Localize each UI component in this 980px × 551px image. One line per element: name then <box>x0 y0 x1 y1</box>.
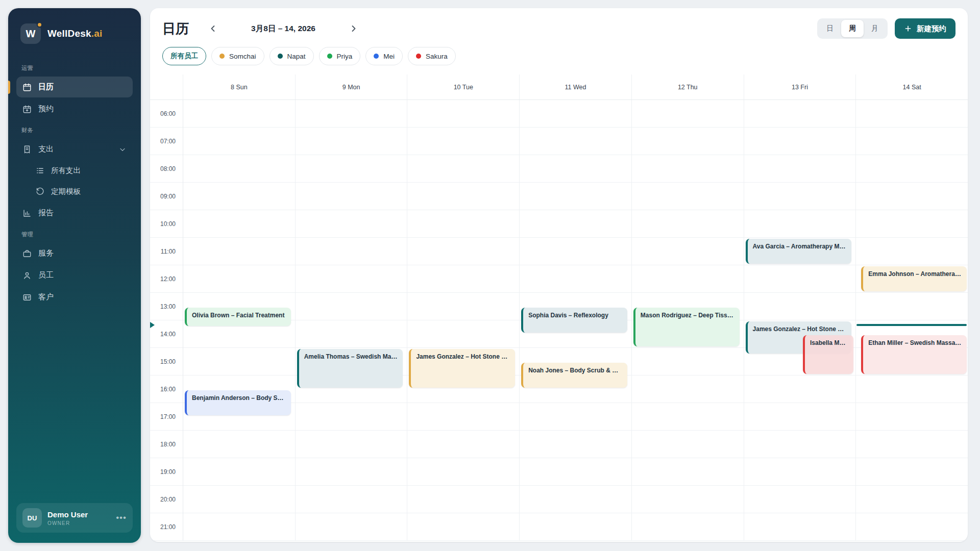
sidebar-item-服务[interactable]: 服务 <box>16 243 133 264</box>
sidebar-item-预约[interactable]: 预约 <box>16 98 133 119</box>
sidebar-item-日历[interactable]: 日历 <box>16 77 133 97</box>
logo-tile: W <box>20 23 41 44</box>
sidebar-subitem-定期模板[interactable]: 定期模板 <box>30 182 133 202</box>
chevron-left-icon <box>208 23 218 34</box>
current-time-marker-icon <box>150 322 155 328</box>
sidebar-section-label: 财务 <box>21 127 128 134</box>
day-gridline <box>519 100 520 541</box>
day-gridline <box>295 100 296 541</box>
filter-chip-all-staff[interactable]: 所有员工 <box>162 47 206 65</box>
refresh-icon <box>36 187 44 196</box>
time-label-16:00: 16:00 <box>150 386 176 393</box>
staff-color-dot <box>416 54 421 59</box>
staff-filter-row: 所有员工SomchaiNapatPriyaMeiSakura <box>162 47 955 65</box>
calendar-event[interactable]: Benjamin Anderson – Body Scr… <box>185 390 291 415</box>
sidebar: W WellDesk.ai 运营日历预约财务支出所有支出定期模板报告管理服务员工… <box>8 8 141 543</box>
app-name-suffix: .ai <box>91 28 103 39</box>
calendar-event[interactable]: Ethan Miller – Swedish Massage <box>861 335 967 374</box>
view-option-月[interactable]: 月 <box>864 20 886 37</box>
user-name: Demo User <box>47 510 88 519</box>
app-logo: W WellDesk.ai <box>16 20 133 57</box>
sidebar-item-员工[interactable]: 员工 <box>16 265 133 286</box>
date-range-label: 3月8日 – 14, 2026 <box>236 23 331 34</box>
chevron-down-icon-slot[interactable] <box>118 145 127 154</box>
time-label-13:00: 13:00 <box>150 303 176 310</box>
user-card[interactable]: DU Demo User OWNER ••• <box>16 503 133 533</box>
sidebar-item-支出[interactable]: 支出 <box>16 139 133 160</box>
calendar-event[interactable]: Emma Johnson – Aromatherap… <box>861 266 967 291</box>
next-week-button[interactable] <box>345 20 362 37</box>
filter-chip-priya[interactable]: Priya <box>319 47 361 65</box>
filter-chip-mei[interactable]: Mei <box>365 47 403 65</box>
day-header-14-sat: 14 Sat <box>855 74 968 99</box>
day-header-13-fri: 13 Fri <box>744 74 856 99</box>
avatar: DU <box>22 508 42 528</box>
staff-color-dot <box>327 54 332 59</box>
sidebar-item-报告[interactable]: 报告 <box>16 203 133 223</box>
time-gutter-header <box>150 74 183 99</box>
calendar-event[interactable]: Olivia Brown – Facial Treatment <box>185 308 291 326</box>
view-option-周[interactable]: 周 <box>841 20 864 37</box>
sidebar-section-label: 管理 <box>21 231 128 238</box>
time-label-20:00: 20:00 <box>150 496 176 503</box>
prev-week-button[interactable] <box>204 20 222 37</box>
time-label-17:00: 17:00 <box>150 413 176 420</box>
day-header-8-sun: 8 Sun <box>183 74 295 99</box>
day-gridline <box>744 100 744 541</box>
date-navigation: 3月8日 – 14, 2026 <box>204 20 362 37</box>
calendar-week-view: 8 Sun9 Mon10 Tue11 Wed12 Thu13 Fri14 Sat… <box>150 74 968 541</box>
hour-gridline <box>150 540 968 541</box>
sidebar-subitem-所有支出[interactable]: 所有支出 <box>30 161 133 181</box>
page-title: 日历 <box>162 20 189 38</box>
hour-gridline <box>150 430 968 431</box>
chevron-down-icon <box>118 145 127 154</box>
calendar-event[interactable]: Mason Rodriguez – Deep Tissu… <box>633 308 740 346</box>
sidebar-item-客户[interactable]: 客户 <box>16 287 133 308</box>
filter-chip-sakura[interactable]: Sakura <box>408 47 456 65</box>
hour-gridline <box>150 265 968 265</box>
day-header-10-tue: 10 Tue <box>407 74 519 99</box>
receipt-icon <box>22 145 32 154</box>
calendar-grid[interactable]: 06:0007:0008:0009:0010:0011:0012:0013:00… <box>150 100 968 541</box>
time-label-11:00: 11:00 <box>150 248 176 255</box>
app-name: WellDesk.ai <box>47 28 102 39</box>
day-header-9-mon: 9 Mon <box>295 74 407 99</box>
filter-chip-somchai[interactable]: Somchai <box>211 47 264 65</box>
time-label-12:00: 12:00 <box>150 276 176 283</box>
filter-chip-napat[interactable]: Napat <box>270 47 314 65</box>
time-label-19:00: 19:00 <box>150 468 176 475</box>
hour-gridline <box>150 485 968 486</box>
user-menu-icon[interactable]: ••• <box>116 513 127 523</box>
time-label-06:00: 06:00 <box>150 110 176 117</box>
time-label-15:00: 15:00 <box>150 358 176 365</box>
calendar-event[interactable]: Noah Jones – Body Scrub & Wr… <box>521 363 627 388</box>
hour-gridline <box>150 513 968 513</box>
user-role: OWNER <box>47 520 88 526</box>
view-option-日[interactable]: 日 <box>819 20 841 37</box>
calendar-event[interactable]: James Gonzalez – Hot Stone M… <box>409 349 515 388</box>
day-gridline <box>183 100 183 541</box>
id-card-icon <box>22 293 32 302</box>
hour-gridline <box>150 182 968 183</box>
hour-gridline <box>150 155 968 155</box>
hour-gridline <box>150 237 968 238</box>
user-icon <box>22 271 32 280</box>
staff-color-dot <box>219 54 225 59</box>
main-panel: 日历 3月8日 – 14, 2026 日周月 新建预约 所有员工SomchaiN… <box>150 8 968 542</box>
calendar-event[interactable]: Ava Garcia – Aromatherapy Ma… <box>746 239 852 264</box>
time-label-10:00: 10:00 <box>150 220 176 228</box>
bar-chart-icon <box>22 209 32 218</box>
hour-gridline <box>150 292 968 293</box>
hour-gridline <box>150 127 968 128</box>
new-booking-button[interactable]: 新建预约 <box>895 18 955 39</box>
calendar-day-headers: 8 Sun9 Mon10 Tue11 Wed12 Thu13 Fri14 Sat <box>150 74 968 100</box>
calendar-event[interactable]: Sophia Davis – Reflexology <box>521 308 627 333</box>
day-header-11-wed: 11 Wed <box>519 74 631 99</box>
calendar-event[interactable]: Isabella Ma… <box>803 335 853 374</box>
time-label-07:00: 07:00 <box>150 138 176 145</box>
staff-color-dot <box>374 54 379 59</box>
calendar-event[interactable]: Amelia Thomas – Swedish Mas… <box>297 349 403 388</box>
current-time-line <box>856 324 967 326</box>
sidebar-nav: 运营日历预约财务支出所有支出定期模板报告管理服务员工客户 <box>16 57 133 309</box>
sidebar-section-label: 运营 <box>21 64 128 72</box>
